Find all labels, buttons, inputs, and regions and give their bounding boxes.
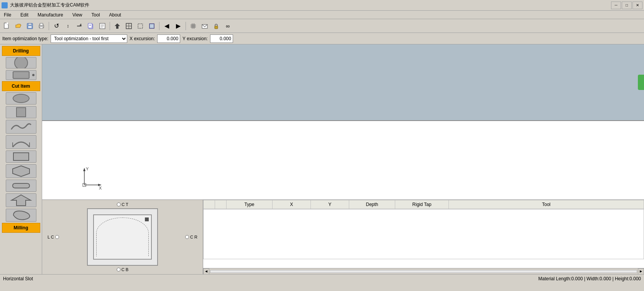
svg-rect-5 (28, 26, 32, 28)
cut-item-button[interactable]: Cut Item (2, 81, 40, 91)
col-num (215, 200, 227, 209)
toolbar-export[interactable] (199, 21, 210, 31)
menu-manufacture[interactable]: Manufacture (35, 11, 66, 18)
radio-right[interactable]: C R (185, 235, 197, 239)
toolbar-zoom-arrow[interactable] (112, 21, 123, 31)
svg-rect-24 (138, 24, 143, 28)
toolbar-grid[interactable] (188, 21, 199, 31)
title-bar: 大族彼岸铝合金型材加工专业CAM软件 ─ □ ✕ (0, 0, 644, 11)
toolbar-undo[interactable]: ↺ (51, 21, 62, 31)
toolbar-new[interactable] (2, 21, 12, 31)
toolbar-zoom-box[interactable] (123, 21, 134, 31)
col-rigid-tap: Rigid Tap (395, 200, 449, 209)
toolbar-select-rect[interactable] (135, 21, 146, 31)
drilling-button[interactable]: Drilling (2, 46, 40, 56)
svg-marker-40 (83, 168, 85, 171)
rect-tool-icon[interactable] (6, 70, 36, 80)
axis-indicator: Y X (77, 166, 102, 192)
toolbar-sep-3 (159, 22, 159, 30)
toolbar-back[interactable]: ◀ (161, 21, 172, 31)
menu-tool[interactable]: Tool (89, 11, 102, 18)
toolbar-sep-4 (186, 22, 186, 30)
toolbar-sep-2 (110, 22, 110, 30)
svg-text:X: X (99, 186, 102, 190)
circle-tool-icon[interactable] (6, 57, 36, 69)
minimize-button[interactable]: ─ (611, 2, 621, 9)
svg-rect-8 (40, 27, 43, 28)
menu-file[interactable]: File (2, 11, 13, 18)
slot-tool-icon[interactable] (6, 180, 36, 192)
bottom-section: C T (42, 199, 644, 274)
svg-marker-37 (13, 166, 30, 177)
h-scroll-track[interactable] (210, 270, 637, 273)
radio-bottom-label: C B (122, 267, 128, 272)
radio-top[interactable]: C T (117, 202, 128, 207)
table-row-empty (204, 209, 644, 259)
square-tool-icon[interactable] (6, 106, 36, 118)
canvas-bottom: Y X (42, 121, 644, 199)
y-excursion-label: Y excursion: (182, 36, 208, 41)
sidebar: Drilling Cut Item (0, 44, 42, 274)
radio-left-dot[interactable] (55, 235, 59, 239)
square2-tool-icon[interactable] (6, 150, 36, 163)
svg-marker-38 (12, 195, 31, 206)
y-excursion-input[interactable] (210, 34, 233, 43)
toolbar-open[interactable] (13, 21, 24, 31)
radio-bottom-dot[interactable] (117, 268, 120, 271)
col-type: Type (227, 200, 273, 209)
restore-button[interactable]: □ (622, 2, 632, 9)
menu-edit[interactable]: Edit (18, 11, 31, 18)
blob-tool-icon[interactable] (6, 209, 36, 222)
radio-right-label: C R (190, 235, 197, 239)
scroll-left-arrow[interactable]: ◀ (203, 268, 209, 275)
toolbar-step[interactable]: ↕ (62, 21, 73, 31)
toolbar-save[interactable] (25, 21, 35, 31)
arrow-tool-icon[interactable] (6, 193, 36, 207)
toolbar-select-solid[interactable] (146, 21, 157, 31)
radio-right-dot[interactable] (185, 235, 189, 239)
toolbar-forward[interactable] (74, 21, 85, 31)
svg-rect-2 (7, 23, 8, 25)
col-tool: Tool (449, 200, 644, 209)
scroll-right-arrow[interactable]: ▶ (638, 268, 644, 275)
toolbar-copy[interactable] (85, 21, 96, 31)
toolbar-page[interactable] (97, 21, 108, 31)
canvas-top (42, 44, 644, 121)
radio-bottom[interactable]: C B (117, 267, 128, 272)
col-depth: Depth (349, 200, 395, 209)
preview-inner (93, 214, 152, 260)
right-float-button[interactable] (638, 75, 644, 90)
oval-tool-icon[interactable] (6, 92, 36, 105)
svg-rect-7 (40, 23, 43, 25)
h-scrollbar[interactable]: ◀ ▶ (203, 268, 644, 274)
optimization-label: Item optimization type: (2, 36, 48, 41)
milling-button[interactable]: Milling (2, 223, 40, 233)
window-controls: ─ □ ✕ (611, 2, 642, 9)
status-left: Horizontal Slot (3, 276, 33, 281)
preview-corner-tr (145, 217, 149, 221)
svg-rect-33 (215, 26, 218, 29)
toolbar-lock[interactable] (211, 21, 222, 31)
toolbar-chain[interactable]: ∞ (222, 21, 233, 31)
wave-tool-icon[interactable] (6, 120, 36, 134)
close-button[interactable]: ✕ (632, 2, 642, 9)
toolbar-sep-1 (49, 22, 49, 30)
radio-top-dot[interactable] (117, 203, 120, 206)
svg-text:Y: Y (86, 167, 89, 171)
col-x: X (273, 200, 311, 209)
optimization-select[interactable]: Tool optimization - tool first Item opti… (51, 34, 127, 43)
svg-rect-4 (28, 23, 31, 25)
arc-tool-icon[interactable] (6, 135, 36, 149)
radio-left[interactable]: L C (48, 235, 59, 239)
x-excursion-label: X excursion: (130, 36, 155, 41)
col-check (204, 200, 215, 209)
toolbar-print[interactable] (36, 21, 47, 31)
toolbar-next[interactable]: ▶ (173, 21, 184, 31)
table-body-scroll[interactable] (203, 209, 644, 268)
menu-view[interactable]: View (70, 11, 85, 18)
menu-about[interactable]: About (107, 11, 123, 18)
svg-rect-36 (13, 153, 29, 160)
app-icon (2, 2, 8, 8)
hex-tool-icon[interactable] (6, 164, 36, 178)
x-excursion-input[interactable] (157, 34, 180, 43)
